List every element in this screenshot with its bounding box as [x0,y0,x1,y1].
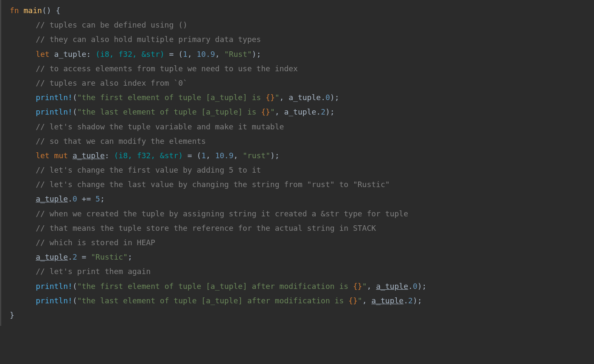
keyword-fn: fn [10,6,19,15]
var: a_tuple [36,194,68,203]
number: 10.9 [215,151,233,160]
format-placeholder: {} [353,282,362,291]
var: a_tuple [371,296,403,305]
punct: , [215,50,224,59]
format-placeholder: {} [261,107,270,116]
punct: = ( [183,151,201,160]
macro-println: println! [36,93,73,102]
code-line: // that means the tuple store the refere… [10,221,594,235]
punct: () { [42,6,60,15]
string: " [362,282,367,291]
punct: , [362,296,372,305]
punct: . [408,282,413,291]
code-line: // let's change the first value by addin… [10,163,594,177]
number: 10.9 [197,50,215,59]
type: (i8, f32, &str) [95,50,165,59]
string: "rust" [243,151,270,160]
keyword-mut: mut [50,151,68,160]
code-line: // let's change the last value by changi… [10,177,594,192]
code-line: // they can also hold multiple primary d… [10,32,594,47]
string: " [358,296,362,305]
code-line: } [10,308,594,322]
string: "the last element of tuple [a_tuple] is [77,107,261,116]
code-line: let mut a_tuple: (i8, f32, &str) = (1, 1… [10,148,594,163]
punct: = ( [165,50,183,59]
keyword-let: let [36,50,50,59]
fn-name: main [24,6,42,15]
number: 5 [95,194,100,203]
punct: ); [252,50,261,59]
code-line: println!("the first element of tuple [a_… [10,279,594,294]
punct: ( [73,296,77,305]
string: "the last element of tuple [a_tuple] aft… [77,296,348,305]
code-line: // let's print them again [10,264,594,279]
keyword-let: let [36,151,50,160]
comment: // let's change the last value by changi… [36,180,389,189]
code-line: // to access elements from tuple we need… [10,62,594,76]
string: "the first element of tuple [a_tuple] af… [77,282,353,291]
punct: , a_tuple. [280,93,325,102]
punct: ); [325,107,335,116]
comment: // they can also hold multiple primary d… [36,35,261,44]
code-line: println!("the first element of tuple [a_… [10,90,594,105]
punct: ); [270,151,280,160]
number: 0 [413,282,417,291]
punct: . [403,296,408,305]
string: "Rustic" [91,252,128,261]
number: 2 [408,296,413,305]
punct: , [206,151,215,160]
brace-close: } [10,311,14,319]
punct: ); [330,93,339,102]
comment: // that means the tuple store the refere… [36,224,376,232]
code-line: let a_tuple: (i8, f32, &str) = (1, 10.9,… [10,47,594,62]
punct: ( [73,282,77,291]
string: " [270,107,275,116]
macro-println: println! [36,296,73,305]
code-line: fn main() { [10,3,594,18]
var: a_tuple [36,252,68,261]
string: "the first element of tuple [a_tuple] is [77,93,266,102]
code-line: // which is stored in HEAP [10,235,594,250]
code-line: // so that we can modify the elements [10,134,594,148]
op: += [77,194,95,203]
string: " [275,93,280,102]
code-line: a_tuple.2 = "Rustic"; [10,250,594,264]
number: 1 [183,50,188,59]
var: a_tuple [376,282,408,291]
code-line: // let's shadow the tuple variable and m… [10,120,594,134]
punct: : [105,151,114,160]
string: "Rust" [224,50,252,59]
punct: ); [417,282,427,291]
comment: // so that we can modify the elements [36,137,206,146]
code-line: println!("the last element of tuple [a_t… [10,294,594,308]
macro-println: println! [36,107,73,116]
code-line: // tuples can be defined using () [10,18,594,32]
punct: ( [73,93,77,102]
comment: // to access elements from tuple we need… [36,64,298,73]
punct: ); [413,296,422,305]
code-line: println!("the last element of tuple [a_t… [10,105,594,119]
number: 2 [73,252,77,261]
format-placeholder: {} [348,296,358,305]
comment: // tuples are also index from `0` [36,78,188,87]
var: a_tuple [73,151,105,160]
code-line: // tuples are also index from `0` [10,76,594,90]
comment: // when we created the tuple by assignin… [36,209,408,218]
punct: , [367,282,376,291]
type: (i8, f32, &str) [114,151,183,160]
comment: // let's change the first value by addin… [36,165,261,174]
punct: . [68,194,73,203]
punct: ; [100,194,105,203]
comment: // let's shadow the tuple variable and m… [36,122,284,131]
format-placeholder: {} [266,93,275,102]
punct: , a_tuple. [275,107,321,116]
code-line: // when we created the tuple by assignin… [10,207,594,221]
comment: // tuples can be defined using () [36,20,188,29]
punct: . [68,252,73,261]
code-line: a_tuple.0 += 5; [10,192,594,206]
macro-println: println! [36,282,73,291]
comment: // let's print them again [36,267,151,276]
code-editor: fn main() { // tuples can be defined usi… [0,0,594,326]
number: 1 [201,151,206,160]
var: a_tuple: [50,50,95,59]
